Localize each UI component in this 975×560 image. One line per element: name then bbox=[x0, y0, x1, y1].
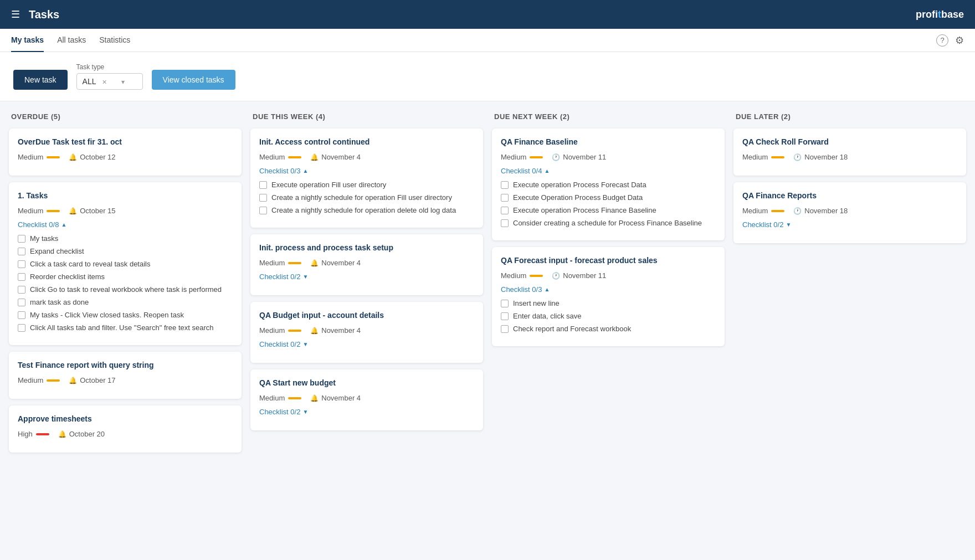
clear-icon[interactable] bbox=[102, 77, 117, 86]
toolbar: New task Task type ALL View closed tasks bbox=[0, 52, 975, 101]
checklist-toggle[interactable]: Checklist 0/3 ▲ bbox=[501, 285, 716, 294]
checklist-item: Execute Operation Process Budget Data bbox=[501, 193, 716, 202]
card-dnw-1[interactable]: QA Finance BaselineMedium🕐November 11Che… bbox=[492, 129, 725, 240]
bell-icon: 🔔 bbox=[58, 430, 66, 438]
card-priority: Medium bbox=[259, 394, 301, 402]
clock-icon: 🕐 bbox=[793, 207, 802, 215]
checklist-item-text: Check report and Forecast workbook bbox=[513, 325, 631, 333]
checklist-label: Checklist 0/3 bbox=[501, 285, 542, 294]
card-title: OverDue Task test fir 31. oct bbox=[18, 137, 233, 146]
checklist-checkbox[interactable] bbox=[501, 207, 509, 214]
due-date-text: November 4 bbox=[321, 259, 361, 267]
chevron-down-icon bbox=[121, 77, 136, 86]
nav-tabs: My tasks All tasks Statistics bbox=[11, 29, 130, 52]
card-dtw-4[interactable]: QA Start new budgetMedium🔔November 4Chec… bbox=[250, 369, 483, 430]
card-title: 1. Tasks bbox=[18, 191, 233, 200]
new-task-button[interactable]: New task bbox=[13, 70, 68, 90]
priority-bar bbox=[530, 275, 543, 277]
bell-icon: 🔔 bbox=[310, 259, 319, 267]
checklist-item: Create a nightly schedule for operation … bbox=[259, 206, 474, 214]
checklist-item-text: Execute operation Process Finance Baseli… bbox=[513, 206, 656, 214]
card-dl-2[interactable]: QA Finance ReportsMedium🕐November 18Chec… bbox=[733, 182, 966, 243]
checklist-toggle[interactable]: Checklist 0/2 ▼ bbox=[259, 273, 474, 281]
tab-my-tasks[interactable]: My tasks bbox=[11, 29, 44, 52]
checklist-caret-icon: ▲ bbox=[544, 168, 550, 174]
checklist-label: Checklist 0/2 bbox=[259, 273, 300, 281]
column-due-this-week: DUE THIS WEEK (4)Init. Access control co… bbox=[250, 112, 483, 560]
checklist-item-text: Click All tasks tab and filter. Use "Sea… bbox=[30, 323, 213, 332]
card-due-date: 🔔October 20 bbox=[58, 430, 105, 438]
checklist-toggle[interactable]: Checklist 0/3 ▲ bbox=[259, 167, 474, 175]
priority-label: Medium bbox=[742, 153, 768, 161]
card-overdue-1[interactable]: OverDue Task test fir 31. octMedium🔔Octo… bbox=[9, 129, 242, 176]
help-button[interactable]: ? bbox=[936, 34, 948, 47]
checklist-caret-icon: ▼ bbox=[302, 341, 308, 347]
checklist-toggle[interactable]: Checklist 0/4 ▲ bbox=[501, 167, 716, 175]
checklist-item-text: Click a task card to reveal task details bbox=[30, 260, 150, 268]
checklist-checkbox[interactable] bbox=[501, 194, 509, 202]
checklist-checkbox[interactable] bbox=[259, 207, 267, 214]
task-type-select[interactable]: ALL bbox=[76, 73, 143, 90]
checklist-checkbox[interactable] bbox=[259, 181, 267, 189]
card-meta: Medium🕐November 18 bbox=[742, 153, 957, 161]
checklist-checkbox[interactable] bbox=[18, 260, 25, 268]
card-dtw-2[interactable]: Init. process and process task setupMedi… bbox=[250, 234, 483, 295]
checklist-checkbox[interactable] bbox=[18, 324, 25, 332]
bell-icon: 🔔 bbox=[310, 327, 319, 335]
card-due-date: 🕐November 11 bbox=[552, 153, 606, 161]
card-due-date: 🔔October 17 bbox=[69, 376, 115, 384]
card-priority: Medium bbox=[259, 326, 301, 335]
clock-icon: 🕐 bbox=[793, 153, 802, 161]
task-type-value: ALL bbox=[83, 77, 98, 86]
checklist-checkbox[interactable] bbox=[501, 300, 509, 307]
card-priority: Medium bbox=[18, 207, 60, 215]
priority-bar bbox=[288, 156, 301, 158]
checklist-checkbox[interactable] bbox=[18, 311, 25, 319]
column-header-due-next-week: DUE NEXT WEEK (2) bbox=[492, 112, 725, 121]
card-overdue-4[interactable]: Approve timesheetsHigh🔔October 20 bbox=[9, 405, 242, 453]
checklist-checkbox[interactable] bbox=[18, 299, 25, 306]
checklist-checkbox[interactable] bbox=[501, 219, 509, 227]
tab-statistics[interactable]: Statistics bbox=[99, 29, 130, 52]
card-meta: High🔔October 20 bbox=[18, 430, 233, 438]
card-meta: Medium🔔October 15 bbox=[18, 207, 233, 215]
checklist-item: Click a task card to reveal task details bbox=[18, 260, 233, 268]
checklist-toggle[interactable]: Checklist 0/8 ▲ bbox=[18, 220, 233, 229]
card-dnw-2[interactable]: QA Forecast input - forecast product sal… bbox=[492, 247, 725, 346]
checklist-checkbox[interactable] bbox=[501, 181, 509, 189]
checklist-label: Checklist 0/2 bbox=[742, 220, 783, 229]
checklist-checkbox[interactable] bbox=[18, 248, 25, 255]
card-meta: Medium🔔November 4 bbox=[259, 259, 474, 267]
checklist-checkbox[interactable] bbox=[18, 235, 25, 243]
priority-bar bbox=[36, 433, 49, 435]
logo: profitbase bbox=[916, 9, 964, 20]
card-dtw-1[interactable]: Init. Access control continuedMedium🔔Nov… bbox=[250, 129, 483, 228]
priority-label: Medium bbox=[501, 153, 526, 161]
priority-bar bbox=[47, 379, 60, 382]
checklist-label: Checklist 0/2 bbox=[259, 408, 300, 416]
checklist-item-text: Insert new line bbox=[513, 299, 560, 307]
checklist-checkbox[interactable] bbox=[501, 325, 509, 333]
priority-bar bbox=[771, 156, 784, 158]
tab-all-tasks[interactable]: All tasks bbox=[57, 29, 86, 52]
card-overdue-3[interactable]: Test Finance report with query stringMed… bbox=[9, 352, 242, 399]
checklist-toggle[interactable]: Checklist 0/2 ▼ bbox=[742, 220, 957, 229]
view-closed-button[interactable]: View closed tasks bbox=[152, 70, 235, 90]
checklist-checkbox[interactable] bbox=[18, 286, 25, 294]
settings-button[interactable]: ⚙ bbox=[955, 34, 964, 47]
checklist-checkbox[interactable] bbox=[259, 194, 267, 202]
due-date-text: October 12 bbox=[80, 153, 115, 161]
card-dl-1[interactable]: QA Check Roll ForwardMedium🕐November 18 bbox=[733, 129, 966, 176]
checklist-item: My tasks - Click View closed tasks. Reop… bbox=[18, 311, 233, 319]
checklist-toggle[interactable]: Checklist 0/2 ▼ bbox=[259, 340, 474, 348]
checklist-checkbox[interactable] bbox=[501, 312, 509, 320]
nav-bar: My tasks All tasks Statistics ? ⚙ bbox=[0, 29, 975, 52]
checklist-toggle[interactable]: Checklist 0/2 ▼ bbox=[259, 408, 474, 416]
card-due-date: 🔔October 15 bbox=[69, 207, 115, 215]
card-overdue-2[interactable]: 1. TasksMedium🔔October 15Checklist 0/8 ▲… bbox=[9, 182, 242, 345]
card-title: Init. Access control continued bbox=[259, 137, 474, 146]
app-title: Tasks bbox=[29, 8, 59, 21]
card-dtw-3[interactable]: QA Budget input - account detailsMedium🔔… bbox=[250, 302, 483, 363]
hamburger-icon[interactable]: ☰ bbox=[11, 8, 20, 20]
checklist-checkbox[interactable] bbox=[18, 273, 25, 281]
